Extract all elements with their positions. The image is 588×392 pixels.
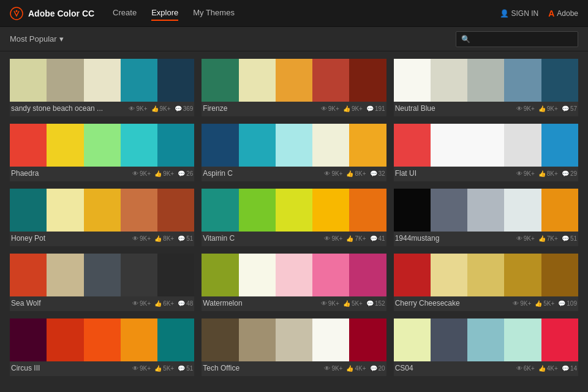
palette-card: Tech Office 👁 9K+ 👍 4K+ 💬 20 [202,318,386,376]
comments-count: 152 [375,300,385,307]
color-swatch [276,254,312,296]
palette-card: sandy stone beach ocean ... 👁 9K+ 👍 9K+ … [10,59,194,116]
color-swatch [394,189,431,232]
likes-stat: 👍 8K+ [538,170,558,177]
palette-stats: 👁 9K+ 👍 9K+ 💬 26 [132,170,193,177]
comments-count: 14 [570,365,577,372]
palette-swatches [202,318,386,361]
views-count: 9K+ [140,365,151,372]
color-swatch [431,124,467,167]
palette-card: Flat UI 👁 9K+ 👍 8K+ 💬 29 [394,124,578,181]
adobe-icon: A [548,9,554,18]
comment-icon: 💬 [366,105,374,112]
nav-explore[interactable]: Explore [151,6,178,21]
comment-icon: 💬 [562,235,569,242]
color-swatch [349,59,386,102]
color-swatch [157,189,194,232]
color-swatch [467,318,504,361]
color-swatch [312,318,349,361]
comment-icon: 💬 [178,365,185,372]
svg-point-0 [10,7,23,20]
comments-count: 32 [379,170,385,177]
palette-grid: sandy stone beach ocean ... 👁 9K+ 👍 9K+ … [0,51,588,383]
color-swatch [541,318,578,361]
palette-name: Tech Office [203,364,239,372]
color-swatch [312,254,349,296]
color-swatch [84,59,121,102]
eye-icon: 👁 [324,235,330,242]
palette-name: Cherry Cheesecake [395,299,460,307]
comments-count: 51 [570,235,577,242]
eye-icon: 👁 [513,300,519,307]
comment-icon: 💬 [178,235,185,242]
palette-stats: 👁 9K+ 👍 5K+ 💬 152 [321,300,385,307]
color-swatch [312,124,349,167]
comments-stat: 💬 51 [178,365,193,372]
palette-name: Neutral Blue [395,104,435,113]
color-swatch [467,124,504,167]
palette-info: Vitamin C 👁 9K+ 👍 7K+ 💬 41 [202,232,386,246]
color-swatch [349,318,386,361]
likes-count: 7K+ [547,235,558,242]
palette-card: Circus III 👁 9K+ 👍 5K+ 💬 51 [10,318,194,376]
adobe-link[interactable]: A Adobe [548,9,578,18]
likes-count: 4K+ [355,365,366,372]
views-count: 9K+ [524,235,535,242]
palette-name: Flat UI [395,169,417,178]
color-swatch [504,318,541,361]
palette-info: Cherry Cheesecake 👁 9K+ 👍 5K+ 💬 109 [394,296,578,311]
color-swatch [239,318,276,361]
color-swatch [504,124,541,167]
likes-stat: 👍 5K+ [154,365,174,372]
palette-stats: 👁 9K+ 👍 8K+ 💬 51 [132,235,193,242]
palette-swatches [202,124,386,167]
views-count: 9K+ [328,300,339,307]
thumbs-up-icon: 👍 [343,105,350,112]
comment-icon: 💬 [562,105,569,112]
thumbs-up-icon: 👍 [346,365,353,372]
palette-card: Cherry Cheesecake 👁 9K+ 👍 5K+ 💬 109 [394,254,578,311]
color-swatch [276,318,312,361]
color-swatch [239,124,276,167]
palette-stats: 👁 9K+ 👍 9K+ 💬 57 [516,105,577,112]
color-swatch [349,254,386,296]
palette-swatches [394,59,578,102]
palette-name: Firenze [203,104,227,113]
search-input[interactable] [456,31,578,47]
comments-count: 369 [183,105,194,112]
thumbs-up-icon: 👍 [154,365,162,372]
likes-stat: 👍 4K+ [346,365,366,372]
views-count: 9K+ [140,300,151,307]
eye-icon: 👁 [516,105,522,112]
sign-in-button[interactable]: 👤 SIGN IN [500,9,539,18]
color-swatch [121,189,157,232]
adobe-logo-icon [10,7,23,20]
color-swatch [84,124,121,167]
color-swatch [541,254,578,296]
comments-stat: 💬 51 [178,235,193,242]
palette-swatches [10,59,194,102]
color-swatch [157,318,194,361]
palette-swatches [202,189,386,232]
color-swatch [10,318,47,361]
palette-swatches [394,189,578,232]
color-swatch [394,124,431,167]
palette-stats: 👁 9K+ 👍 8K+ 💬 29 [516,170,577,177]
views-count: 6K+ [524,365,535,372]
comments-count: 20 [379,365,385,372]
thumbs-up-icon: 👍 [346,235,353,242]
comments-count: 29 [570,170,577,177]
comments-count: 191 [375,105,385,112]
nav-create[interactable]: Create [113,6,137,21]
color-swatch [239,254,276,296]
most-popular-filter[interactable]: Most Popular ▾ [10,34,64,43]
color-swatch [239,59,276,102]
color-swatch [394,59,431,102]
nav-mythemes[interactable]: My Themes [193,6,235,21]
color-swatch [504,189,541,232]
palette-card: Honey Pot 👁 9K+ 👍 8K+ 💬 51 [10,189,194,246]
comments-count: 51 [186,365,193,372]
header: Adobe Color CC Create Explore My Themes … [0,0,588,27]
logo-text: Adobe Color CC [28,9,94,18]
color-swatch [504,59,541,102]
